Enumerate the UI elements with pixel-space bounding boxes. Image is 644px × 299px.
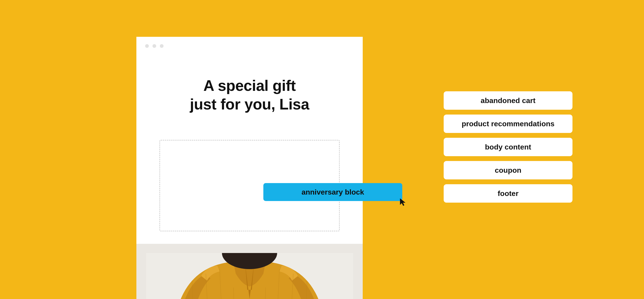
dragged-block-chip[interactable]: anniversary block	[263, 183, 402, 201]
window-dot-icon	[145, 44, 149, 48]
headline-line-2: just for you, Lisa	[136, 95, 363, 114]
block-option-label: product recommendations	[462, 120, 554, 128]
window-dot-icon	[160, 44, 164, 48]
block-option-coupon[interactable]: coupon	[444, 161, 572, 180]
block-option-product-recommendations[interactable]: product recommendations	[444, 114, 572, 133]
block-option-body-content[interactable]: body content	[444, 138, 572, 156]
cursor-icon	[399, 198, 407, 206]
hero-photo	[136, 244, 363, 299]
window-dot-icon	[152, 44, 156, 48]
email-headline: A special gift just for you, Lisa	[136, 76, 363, 114]
window-controls	[145, 44, 164, 48]
email-editor-canvas: A special gift just for you, Lisa annive…	[136, 37, 363, 299]
block-option-label: abandoned cart	[481, 96, 536, 105]
dragged-block-label: anniversary block	[302, 188, 364, 196]
block-option-footer[interactable]: footer	[444, 184, 572, 203]
headline-line-1: A special gift	[136, 76, 363, 95]
block-option-label: coupon	[495, 166, 522, 174]
block-option-abandoned-cart[interactable]: abandoned cart	[444, 91, 572, 110]
block-option-label: body content	[485, 143, 531, 151]
block-option-label: footer	[498, 189, 519, 198]
block-palette: abandoned cart product recommendations b…	[444, 91, 572, 203]
